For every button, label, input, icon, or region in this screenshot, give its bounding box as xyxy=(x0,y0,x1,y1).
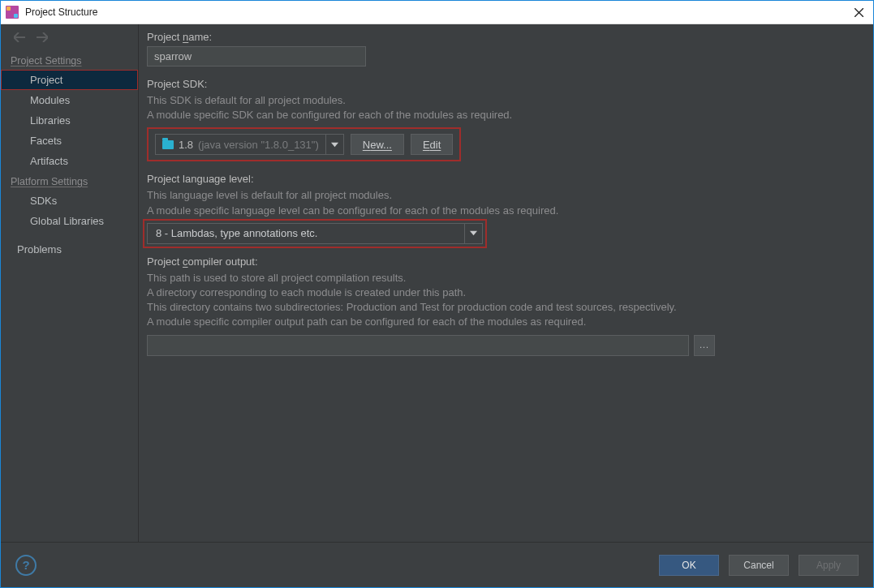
ok-button[interactable]: OK xyxy=(659,555,719,576)
close-icon xyxy=(855,8,863,17)
sidebar-item-artifacts[interactable]: Artifacts xyxy=(1,151,138,171)
sidebar-item-label: Facets xyxy=(30,135,62,147)
sidebar-item-modules[interactable]: Modules xyxy=(1,90,138,110)
sidebar-item-label: Modules xyxy=(30,94,70,106)
output-desc-1: This path is used to store all project c… xyxy=(147,271,715,285)
forward-icon[interactable] xyxy=(37,32,48,42)
sidebar-item-label: SDKs xyxy=(30,195,57,207)
sdk-select[interactable]: 1.8 (java version "1.8.0_131") xyxy=(155,134,344,155)
apply-button[interactable]: Apply xyxy=(799,555,859,576)
sidebar-item-label: Artifacts xyxy=(30,155,68,167)
back-icon[interactable] xyxy=(14,32,25,42)
chevron-down-icon xyxy=(470,230,477,237)
content: Project name: Project SDK: This SDK is d… xyxy=(139,24,873,542)
sidebar-item-facets[interactable]: Facets xyxy=(1,131,138,151)
chevron-down-icon xyxy=(331,141,338,148)
titlebar: Project Structure xyxy=(1,1,873,24)
sdk-selected-detail: (java version "1.8.0_131") xyxy=(198,139,319,151)
sidebar-item-problems[interactable]: Problems xyxy=(1,239,138,260)
lang-level-select[interactable]: 8 - Lambdas, type annotations etc. xyxy=(147,223,483,244)
sdk-desc-1: This SDK is default for all project modu… xyxy=(147,93,857,108)
sdk-edit-button[interactable]: Edit xyxy=(411,134,453,155)
output-desc-2: A directory corresponding to each module… xyxy=(147,285,715,300)
sidebar: Project Settings Project Modules Librari… xyxy=(1,24,139,542)
output-desc-3: This directory contains two subdirectori… xyxy=(147,300,715,315)
sidebar-item-sdks[interactable]: SDKs xyxy=(1,191,138,211)
compiler-output-input[interactable] xyxy=(147,335,689,356)
lang-level-label: Project language level: xyxy=(147,173,857,185)
sidebar-item-project[interactable]: Project xyxy=(1,70,138,90)
sidebar-item-libraries[interactable]: Libraries xyxy=(1,110,138,131)
output-desc-4: A module specific compiler output path c… xyxy=(147,315,715,329)
sdk-selected-name: 1.8 xyxy=(179,139,193,151)
sidebar-item-global-libraries[interactable]: Global Libraries xyxy=(1,211,138,231)
project-name-input[interactable] xyxy=(147,46,366,67)
window-title: Project Structure xyxy=(25,6,844,18)
cancel-button[interactable]: Cancel xyxy=(729,555,789,576)
lang-desc-2: A module specific language level can be … xyxy=(147,204,857,218)
browse-button[interactable]: ... xyxy=(694,335,715,356)
footer: ? OK Cancel Apply xyxy=(1,542,873,587)
sidebar-item-label: Libraries xyxy=(30,114,71,127)
sdk-group: 1.8 (java version "1.8.0_131") New... Ed… xyxy=(147,127,461,161)
intellij-icon xyxy=(6,6,19,19)
close-button[interactable] xyxy=(844,1,873,24)
project-name-label: Project name: xyxy=(147,31,857,43)
sidebar-item-label: Global Libraries xyxy=(30,215,104,227)
project-sdk-label: Project SDK: xyxy=(147,78,857,90)
sdk-new-button[interactable]: New... xyxy=(351,134,404,155)
compiler-output-label: Project compiler output: xyxy=(147,255,715,268)
lang-desc-1: This language level is default for all p… xyxy=(147,188,857,203)
ellipsis-icon: ... xyxy=(700,341,708,350)
folder-icon xyxy=(162,140,174,149)
sidebar-item-label: Project xyxy=(30,74,62,86)
help-button[interactable]: ? xyxy=(15,555,37,576)
main: Project Settings Project Modules Librari… xyxy=(1,24,873,587)
project-settings-header: Project Settings xyxy=(1,50,138,70)
lang-level-selected: 8 - Lambdas, type annotations etc. xyxy=(148,227,464,239)
sdk-desc-2: A module specific SDK can be configured … xyxy=(147,108,857,122)
platform-settings-header: Platform Settings xyxy=(1,171,138,191)
lang-dropdown-button[interactable] xyxy=(464,223,482,244)
sdk-dropdown-button[interactable] xyxy=(325,134,343,155)
sidebar-item-label: Problems xyxy=(17,243,62,255)
